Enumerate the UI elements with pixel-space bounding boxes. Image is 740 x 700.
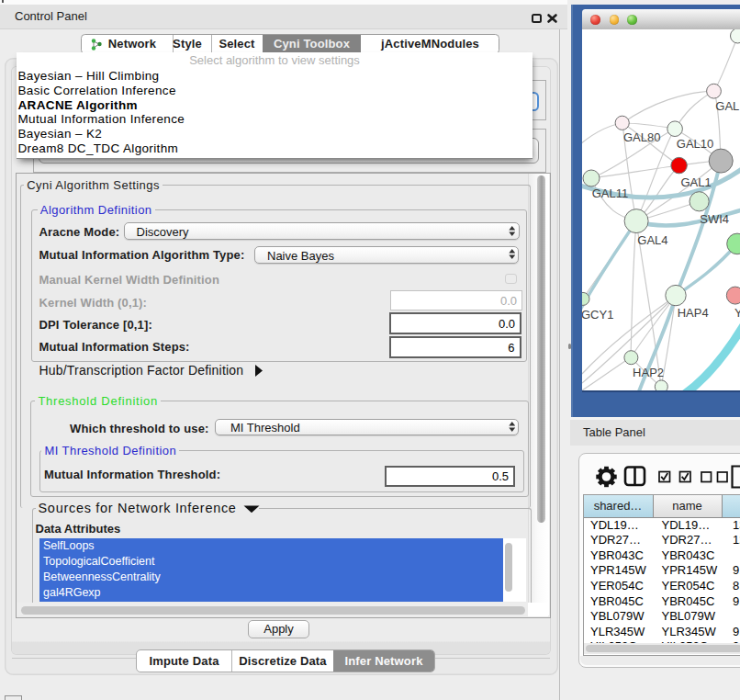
svg-text:GCY1: GCY1 xyxy=(582,308,613,322)
svg-text:GAL11: GAL11 xyxy=(591,186,628,200)
svg-text:GAL10: GAL10 xyxy=(676,137,712,151)
svg-text:SWI4: SWI4 xyxy=(700,212,729,226)
svg-text:GAL1: GAL1 xyxy=(680,175,711,189)
svg-text:GAL4: GAL4 xyxy=(637,233,667,247)
svg-text:HAP4: HAP4 xyxy=(677,306,708,320)
svg-text:HAP2: HAP2 xyxy=(633,366,664,379)
svg-text:GAL: GAL xyxy=(715,99,739,113)
svg-text:Y: Y xyxy=(734,306,740,320)
svg-text:GAL80: GAL80 xyxy=(622,130,659,144)
